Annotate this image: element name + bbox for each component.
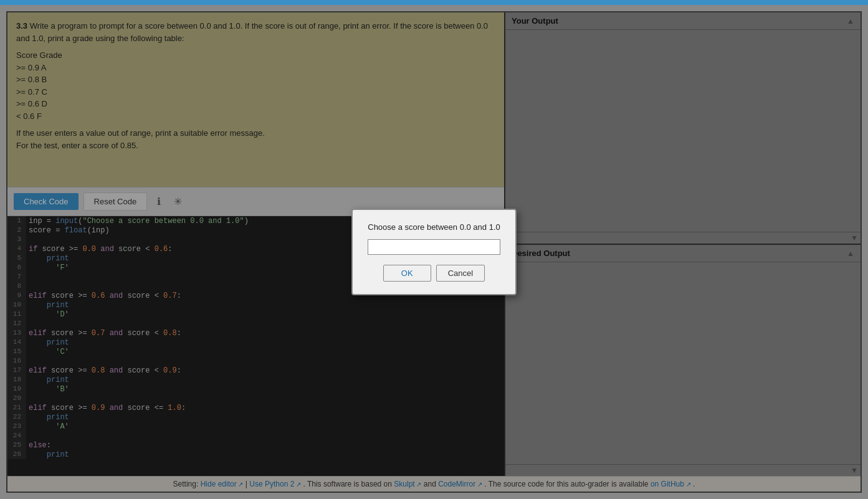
modal-title: Choose a score between 0.0 and 1.0 [368, 222, 500, 232]
top-bar [0, 0, 868, 5]
modal-overlay: Choose a score between 0.0 and 1.0 OK Ca… [7, 12, 861, 476]
modal-ok-button[interactable]: OK [383, 265, 431, 282]
modal-cancel-button[interactable]: Cancel [436, 265, 485, 282]
content-area: 3.3 Write a program to prompt for a scor… [7, 12, 861, 476]
modal-buttons: OK Cancel [368, 265, 500, 282]
main-container: 3.3 Write a program to prompt for a scor… [0, 5, 868, 499]
modal-input[interactable] [368, 239, 500, 255]
inner-container: 3.3 Write a program to prompt for a scor… [6, 11, 862, 493]
modal-dialog: Choose a score between 0.0 and 1.0 OK Ca… [351, 209, 516, 295]
